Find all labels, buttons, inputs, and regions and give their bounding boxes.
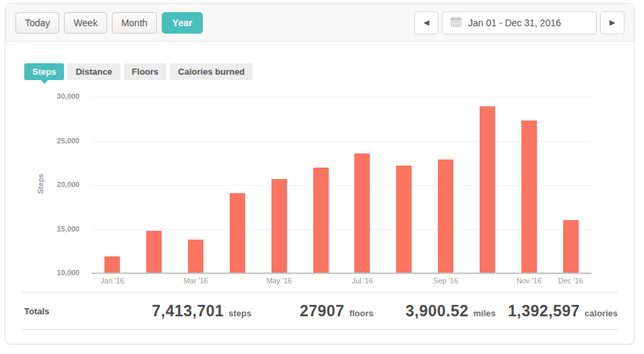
bar-slot [425, 97, 467, 273]
range-button-group: TodayWeekMonthYear [15, 12, 203, 34]
prev-period-button[interactable]: ◀ [414, 11, 439, 34]
bar-slot [258, 97, 300, 273]
x-tick-label [383, 277, 425, 285]
range-button-year[interactable]: Year [162, 12, 203, 34]
bar-jul-16[interactable] [354, 153, 370, 273]
metric-tabs: StepsDistanceFloorsCalories burned [24, 63, 634, 80]
x-tick-label: Dec '16 [550, 277, 591, 285]
bar-aug-16[interactable] [396, 166, 412, 273]
total-stat-steps: 7,413,701steps [129, 302, 251, 320]
calendar-icon [451, 17, 461, 29]
bar-slot [342, 97, 383, 273]
y-tick-label: 25,000 [26, 137, 79, 145]
bar-series [92, 97, 591, 273]
x-axis-labels: Jan '16Mar '16May '16Jul '16Sep '16Nov '… [92, 277, 591, 285]
x-tick-label [466, 277, 508, 285]
y-tick-label: 10,000 [26, 269, 79, 277]
bar-slot [508, 97, 550, 273]
x-tick-label: Nov '16 [508, 277, 550, 285]
date-navigation: ◀ Jan 01 - Dec 31, 2016 [414, 11, 624, 34]
bar-slot [383, 97, 425, 273]
stat-unit: miles [474, 308, 496, 318]
steps-bar-chart: Steps 10,00015,00020,00025,00030,000 Jan… [5, 80, 634, 286]
bar-jun-16[interactable] [313, 168, 329, 273]
total-stat-floors: 27907floors [251, 302, 373, 320]
tab-floors[interactable]: Floors [124, 63, 167, 80]
bar-slot [216, 97, 258, 273]
bar-oct-16[interactable] [480, 106, 495, 273]
bar-slot [92, 97, 133, 273]
x-tick-label [133, 277, 175, 285]
tab-calories-burned[interactable]: Calories burned [170, 63, 253, 80]
totals-row: Totals 7,413,701steps27907floors3,900.52… [22, 292, 618, 330]
stat-unit: floors [349, 308, 373, 318]
left-arrow-icon: ◀ [424, 18, 429, 27]
range-button-today[interactable]: Today [15, 12, 59, 34]
bar-slot [133, 97, 175, 273]
bar-mar-16[interactable] [188, 240, 203, 273]
bar-feb-16[interactable] [146, 231, 162, 273]
x-tick-label: Jul '16 [342, 277, 383, 285]
bar-slot [175, 97, 217, 273]
stat-value: 7,413,701 [152, 302, 224, 320]
total-stat-calories: 1,392,597calories [496, 302, 618, 320]
bar-may-16[interactable] [271, 179, 287, 273]
right-arrow-icon: ▶ [610, 18, 615, 27]
totals-label: Totals [22, 306, 129, 316]
dashboard-panel: TodayWeekMonthYear ◀ [5, 3, 635, 345]
x-tick-label [300, 277, 342, 285]
y-tick-label: 30,000 [26, 92, 79, 100]
date-range-picker[interactable]: Jan 01 - Dec 31, 2016 [442, 11, 597, 34]
bar-apr-16[interactable] [230, 193, 245, 273]
y-tick-label: 15,000 [26, 225, 79, 233]
plot-area [92, 97, 591, 273]
x-axis-line [92, 273, 591, 274]
x-tick-label [216, 277, 258, 285]
bar-jan-16[interactable] [104, 256, 120, 273]
stat-unit: calories [585, 308, 618, 318]
totals-stats: 7,413,701steps27907floors3,900.52miles1,… [129, 302, 618, 320]
tab-distance[interactable]: Distance [67, 63, 120, 80]
bar-sep-16[interactable] [438, 160, 453, 273]
bar-slot [300, 97, 342, 273]
bar-nov-16[interactable] [521, 120, 537, 273]
bar-slot [550, 97, 591, 273]
stat-value: 27907 [300, 302, 344, 320]
next-period-button[interactable]: ▶ [600, 11, 624, 34]
stat-value: 1,392,597 [508, 302, 580, 320]
date-range-text: Jan 01 - Dec 31, 2016 [468, 17, 561, 28]
toolbar: TodayWeekMonthYear ◀ [5, 4, 634, 42]
x-tick-label: Mar '16 [175, 277, 217, 285]
range-button-week[interactable]: Week [64, 12, 107, 34]
x-tick-label: May '16 [258, 277, 300, 285]
y-tick-label: 20,000 [26, 180, 79, 188]
bar-slot [466, 97, 508, 273]
total-stat-miles: 3,900.52miles [374, 302, 496, 320]
tab-steps[interactable]: Steps [24, 63, 64, 80]
range-button-month[interactable]: Month [112, 12, 157, 34]
x-tick-label: Jan '16 [92, 277, 133, 285]
bar-dec-16[interactable] [563, 220, 579, 273]
stat-value: 3,900.52 [406, 302, 469, 320]
x-tick-label: Sep '16 [425, 277, 467, 285]
stat-unit: steps [228, 308, 251, 318]
